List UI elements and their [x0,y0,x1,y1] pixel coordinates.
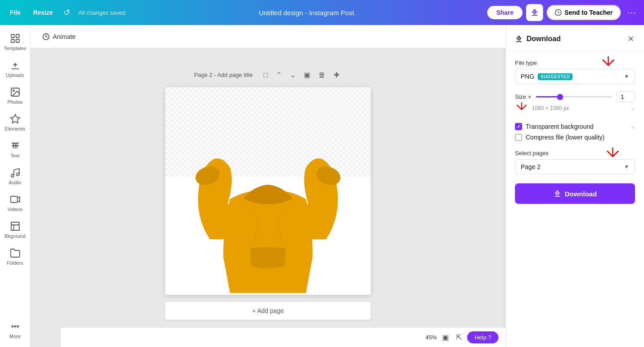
svg-point-11 [14,326,16,327]
svg-rect-1 [11,34,14,38]
share-button[interactable]: Share [487,6,523,19]
add-page-button[interactable]: + Add page [165,302,371,320]
svg-point-6 [13,90,14,91]
fullscreen-button[interactable]: ⇱ [454,331,464,343]
svg-marker-7 [11,114,20,123]
sidebar-elements-label: Elements [5,126,25,131]
transparent-bg-section: ✓ Transparent background ⌄ Compress file… [515,121,635,143]
page-title[interactable]: Page 2 - Add page title [194,72,253,78]
help-button[interactable]: Help ? [467,331,498,343]
sidebar-text-label: Text [10,153,19,158]
document-title: Untitled design - Instagram Post [129,9,484,17]
sidebar-uploads-label: Uploads [6,72,24,78]
sidebar-background-label: Bkground [4,233,25,239]
sidebar-item-more[interactable]: More [0,317,30,343]
sidebar-item-photos[interactable]: Photos [0,82,30,109]
sidebar-photos-label: Photos [7,99,22,105]
size-px-row: 1080 × 1080 px ⌄ [515,102,635,114]
size-section: Size × 1080 × 1080 px ⌄ [515,91,635,114]
size-slider[interactable] [536,96,612,97]
download-panel-icon [515,35,523,43]
page-duplicate-button[interactable]: ▣ [301,69,313,81]
size-expand-icon[interactable]: ⌄ [631,105,635,111]
panel-title: Download [515,35,560,43]
size-row: Size × [515,91,635,102]
compress-label: Compress file (lower quality) [526,134,605,141]
page-down-button[interactable]: ⌄ [287,69,298,81]
sidebar: Templates Uploads Photos Elements [0,25,30,347]
undo-button[interactable]: ↺ [61,5,73,20]
svg-rect-10 [11,196,17,203]
zoom-level: 45% [425,334,437,341]
size-slider-thumb [557,94,563,100]
download-button[interactable]: Download [515,183,635,204]
page-notes-button[interactable]: □ [261,69,271,81]
sidebar-folders-label: Folders [7,260,23,266]
panel-close-button[interactable]: ✕ [627,33,635,45]
page-toolbar: □ ⌃ ⌄ ▣ 🗑 ✚ [261,69,342,81]
select-pages-wrapper[interactable]: Page 2 ▼ Page 2 All pages Page 1 [515,159,635,174]
sidebar-more-label: More [9,334,21,339]
panel-header: Download ✕ [506,25,644,51]
page-delete-button[interactable]: 🗑 [316,69,328,81]
canvas-illustration [165,87,371,293]
download-icon-button[interactable] [526,4,543,21]
sidebar-item-templates[interactable]: Templates [0,29,30,55]
annotation-arrow-2 [515,102,528,114]
panel-title-text: Download [527,35,560,43]
svg-rect-4 [16,39,19,42]
sidebar-item-videos[interactable]: Videos [0,190,30,216]
animate-button[interactable]: Animate [38,30,80,43]
page-header: Page 2 - Add page title □ ⌃ ⌄ ▣ 🗑 ✚ [188,66,347,84]
sidebar-item-audio[interactable]: Audio [0,163,30,190]
file-button[interactable]: File [5,6,25,19]
page-more-button[interactable]: ✚ [331,69,342,81]
svg-point-12 [12,326,13,327]
sidebar-templates-label: Templates [4,46,26,51]
compress-row[interactable]: Compress file (lower quality) [515,132,635,143]
main-content: Templates Uploads Photos Elements [0,25,644,347]
file-type-select-wrapper[interactable]: PNG SUGGESTED ▼ PNG JPG PDF SVG MP4 [515,69,635,84]
animate-bar: Animate [30,25,506,48]
animate-label: Animate [53,33,75,40]
fit-page-button[interactable]: ▣ [440,331,451,343]
canvas-page-inner [165,87,371,295]
canvas-area: Animate Page 2 - Add page title □ ⌃ ⌄ ▣ … [30,25,506,347]
topbar: File Resize ↺ All changes saved Untitled… [0,0,644,25]
download-btn-icon [553,190,561,198]
select-pages-section: Select pages Page 2 ▼ Page 2 All pages [515,150,635,174]
transparent-info-icon[interactable]: ⌄ [631,123,635,130]
panel-body: File type PNG SUGGESTED ▼ PNG JPG [506,51,644,213]
svg-rect-2 [16,34,19,38]
svg-rect-20 [165,87,371,177]
canvas-page[interactable] [165,87,371,295]
size-input[interactable] [616,91,635,102]
page-container: Page 2 - Add page title □ ⌃ ⌄ ▣ 🗑 ✚ [39,57,497,320]
sidebar-item-folders[interactable]: Folders [0,243,30,270]
sidebar-item-text[interactable]: Text [0,136,30,163]
sidebar-item-uploads[interactable]: Uploads [0,55,30,82]
sidebar-item-elements[interactable]: Elements [0,109,30,136]
svg-point-13 [17,326,18,327]
compress-checkbox[interactable] [515,134,522,141]
saved-status: All changes saved [78,9,125,16]
resize-button[interactable]: Resize [29,6,57,19]
size-label: Size × [515,93,531,100]
checkbox-check-icon: ✓ [517,124,521,130]
download-btn-label: Download [565,190,597,198]
transparent-bg-checkbox[interactable]: ✓ [515,123,522,130]
svg-point-9 [17,173,19,176]
sidebar-item-background[interactable]: Bkground [0,216,30,243]
sidebar-audio-label: Audio [8,180,21,185]
bottom-bar: 45% ▣ ⇱ Help ? [61,327,506,347]
transparent-bg-label: Transparent background [526,123,594,130]
annotation-arrow-3 [604,148,622,161]
transparent-bg-row[interactable]: ✓ Transparent background ⌄ [515,121,635,132]
more-options-button[interactable]: ⋯ [624,4,639,21]
sidebar-videos-label: Videos [8,207,22,212]
size-px-text: 1080 × 1080 px [532,105,569,111]
topbar-right-actions: Share Send to Teacher ⋯ [487,4,639,21]
send-to-teacher-button[interactable]: Send to Teacher [547,5,621,20]
page-up-button[interactable]: ⌃ [273,69,284,81]
svg-point-8 [11,174,14,177]
